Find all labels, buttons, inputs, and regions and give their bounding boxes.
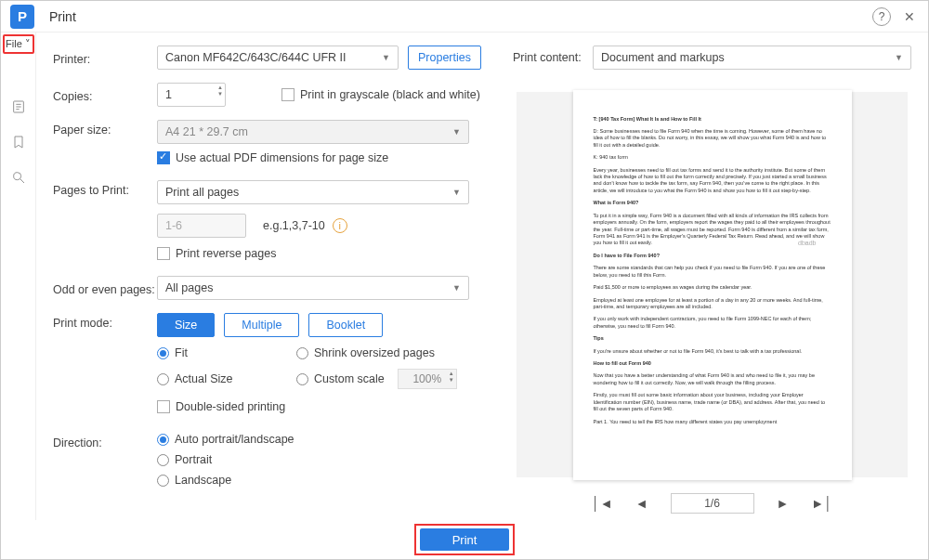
app-logo: P bbox=[10, 5, 34, 29]
properties-button[interactable]: Properties bbox=[408, 46, 481, 70]
window-title: Print bbox=[49, 9, 76, 24]
printer-select[interactable]: Canon MF642C/643C/644C UFR II▼ bbox=[157, 46, 399, 70]
use-pdf-dimensions-checkbox[interactable]: Use actual PDF dimensions for page size bbox=[157, 151, 388, 164]
odd-even-label: Odd or even pages: bbox=[53, 280, 157, 296]
page-indicator[interactable]: 1/6 bbox=[671, 493, 754, 514]
direction-portrait-radio[interactable]: Portrait bbox=[157, 453, 496, 466]
custom-scale-input: 100%▲▼ bbox=[398, 369, 457, 389]
mode-multiple-button[interactable]: Multiple bbox=[224, 313, 299, 337]
info-icon[interactable]: i bbox=[333, 218, 347, 233]
preview-area: dbadb T: [940 Tax Form] What It Is and H… bbox=[517, 92, 908, 477]
double-sided-checkbox[interactable]: Double-sided printing bbox=[157, 400, 285, 413]
close-icon[interactable]: ✕ bbox=[900, 7, 919, 26]
actual-size-radio[interactable]: Actual Size bbox=[157, 369, 296, 389]
pages-to-print-label: Pages to Print: bbox=[53, 180, 157, 197]
watermark-text: dbadb bbox=[798, 239, 816, 247]
print-content-label: Print content: bbox=[513, 51, 593, 64]
direction-landscape-radio[interactable]: Landscape bbox=[157, 474, 496, 487]
page-navigator: │◄ ◄ 1/6 ► ►│ bbox=[513, 487, 911, 520]
copies-label: Copies: bbox=[53, 86, 157, 103]
odd-even-select[interactable]: All pages▼ bbox=[157, 276, 469, 300]
next-page-button[interactable]: ► bbox=[777, 496, 790, 511]
page-range-input[interactable]: 1-6 bbox=[157, 214, 246, 238]
settings-panel: Printer: Canon MF642C/643C/644C UFR II▼ … bbox=[53, 46, 513, 520]
copies-input[interactable]: 1 ▲▼ bbox=[157, 83, 226, 107]
printer-label: Printer: bbox=[53, 49, 157, 66]
print-mode-label: Print mode: bbox=[53, 313, 157, 330]
preview-page: dbadb T: [940 Tax Form] What It Is and H… bbox=[573, 90, 852, 480]
range-example-text: e.g.1,3,7-10 bbox=[263, 219, 325, 232]
print-button[interactable]: Print bbox=[420, 528, 509, 551]
dialog-footer: Print bbox=[1, 520, 928, 559]
pages-to-print-select[interactable]: Print all pages▼ bbox=[157, 180, 469, 204]
bookmark-icon[interactable] bbox=[10, 134, 27, 150]
first-page-button[interactable]: │◄ bbox=[592, 496, 613, 511]
direction-label: Direction: bbox=[53, 433, 157, 449]
help-icon[interactable]: ? bbox=[872, 7, 891, 26]
last-page-button[interactable]: ►│ bbox=[811, 496, 832, 511]
search-icon[interactable] bbox=[10, 169, 27, 186]
thumbnails-icon[interactable] bbox=[10, 98, 27, 115]
fit-radio[interactable]: Fit bbox=[157, 346, 296, 359]
svg-point-4 bbox=[13, 173, 20, 180]
shrink-radio[interactable]: Shrink oversized pages bbox=[296, 346, 482, 359]
print-dialog: P Print ? ✕ File ˅ Printer: bbox=[0, 0, 929, 560]
preview-panel: Print content: Document and markups▼ dba… bbox=[513, 46, 911, 520]
left-sidebar: File ˅ bbox=[1, 33, 36, 520]
paper-size-select[interactable]: A4 21 * 29.7 cm▼ bbox=[157, 120, 469, 144]
print-content-select[interactable]: Document and markups▼ bbox=[593, 46, 911, 70]
svg-line-5 bbox=[20, 179, 24, 183]
prev-page-button[interactable]: ◄ bbox=[635, 496, 648, 511]
mode-size-button[interactable]: Size bbox=[157, 313, 215, 337]
file-menu-button[interactable]: File ˅ bbox=[3, 34, 34, 54]
direction-auto-radio[interactable]: Auto portrait/landscape bbox=[157, 433, 496, 446]
custom-scale-radio[interactable]: Custom scale 100%▲▼ bbox=[296, 369, 482, 389]
reverse-pages-checkbox[interactable]: Print reverse pages bbox=[157, 247, 276, 260]
mode-booklet-button[interactable]: Booklet bbox=[308, 313, 383, 337]
paper-size-label: Paper size: bbox=[53, 120, 157, 137]
grayscale-checkbox[interactable]: Print in grayscale (black and white) bbox=[281, 88, 480, 101]
title-bar: P Print ? ✕ bbox=[1, 1, 928, 33]
